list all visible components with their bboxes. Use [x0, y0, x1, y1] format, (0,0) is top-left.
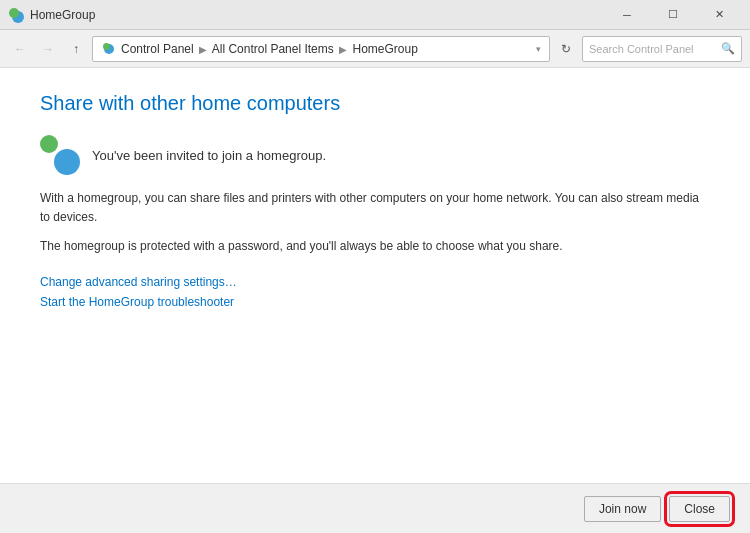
title-bar: HomeGroup ─ ☐ ✕ [0, 0, 750, 30]
search-icon[interactable]: 🔍 [721, 42, 735, 55]
main-content: Share with other home computers You've b… [0, 68, 750, 483]
address-dropdown-icon[interactable]: ▾ [536, 44, 541, 54]
up-button[interactable]: ↑ [64, 37, 88, 61]
join-now-button[interactable]: Join now [584, 496, 661, 522]
page-title: Share with other home computers [40, 92, 710, 115]
svg-point-1 [9, 8, 19, 18]
title-bar-controls: ─ ☐ ✕ [604, 0, 742, 30]
footer-bar: Join now Close [0, 483, 750, 533]
back-button[interactable]: ← [8, 37, 32, 61]
description-text: With a homegroup, you can share files an… [40, 189, 710, 227]
minimize-button[interactable]: ─ [604, 0, 650, 30]
invite-text: You've been invited to join a homegroup. [92, 148, 326, 163]
forward-button[interactable]: → [36, 37, 60, 61]
breadcrumb: Control Panel ▶ All Control Panel Items … [121, 42, 532, 56]
maximize-button[interactable]: ☐ [650, 0, 696, 30]
search-placeholder: Search Control Panel [589, 43, 717, 55]
homegroup-icon-small-circle [40, 135, 58, 153]
search-bar[interactable]: Search Control Panel 🔍 [582, 36, 742, 62]
refresh-button[interactable]: ↻ [554, 37, 578, 61]
svg-point-3 [103, 43, 110, 50]
window-close-button[interactable]: ✕ [696, 0, 742, 30]
address-bar[interactable]: Control Panel ▶ All Control Panel Items … [92, 36, 550, 62]
homegroup-icon-big-circle [54, 149, 80, 175]
invite-row: You've been invited to join a homegroup. [40, 135, 710, 175]
title-bar-text: HomeGroup [30, 8, 604, 22]
troubleshooter-link[interactable]: Start the HomeGroup troubleshooter [40, 295, 710, 309]
homegroup-icon [40, 135, 80, 175]
nav-bar: ← → ↑ Control Panel ▶ All Control Panel … [0, 30, 750, 68]
advanced-sharing-link[interactable]: Change advanced sharing settings… [40, 275, 710, 289]
password-text: The homegroup is protected with a passwo… [40, 237, 710, 256]
address-bar-icon [101, 41, 117, 57]
close-button[interactable]: Close [669, 496, 730, 522]
title-bar-icon [8, 7, 24, 23]
